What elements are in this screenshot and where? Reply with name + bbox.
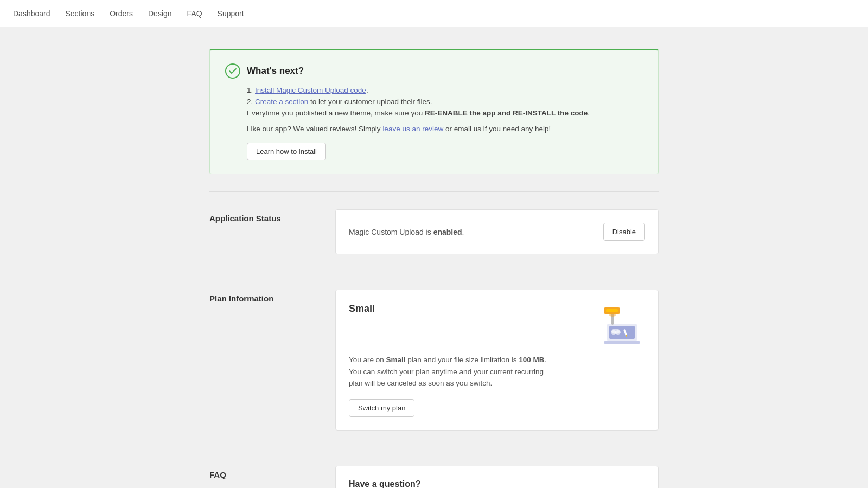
faq-label: FAQ [209,466,318,479]
nav-design[interactable]: Design [148,9,172,18]
step2-suffix: to let your customer upload their files. [308,98,432,106]
plan-desc-mid: plan and your file size limitation is [406,356,519,364]
svg-rect-5 [606,309,618,312]
plan-description: You are on Small plan and your file size… [349,354,555,389]
nav-faq[interactable]: FAQ [187,9,202,18]
step1-suffix: . [366,86,368,94]
status-text: Magic Custom Upload is enabled. [349,228,464,236]
install-code-link[interactable]: Install Magic Custom Upload code [255,86,366,94]
step1-prefix: 1. [247,86,255,94]
plan-desc-line2: You can switch your plan anytime and you… [349,368,544,388]
status-suffix: . [462,228,464,236]
status-row: Magic Custom Upload is enabled. Disable [349,223,645,241]
navigation: Dashboard Sections Orders Design FAQ Sup… [0,0,868,27]
faq-title: Have a question? [349,479,645,488]
leave-review-link[interactable]: leave us an review [382,125,443,133]
whats-next-card: What's next? 1. Install Magic Custom Upl… [209,49,659,174]
review-prefix: Like our app? We valued reviews! Simply [247,125,382,133]
check-icon [225,63,240,79]
svg-point-11 [615,330,621,335]
svg-rect-2 [604,341,640,344]
application-status-card: Magic Custom Upload is enabled. Disable [335,209,659,254]
status-bold: enabled [433,228,462,236]
learn-how-to-install-button[interactable]: Learn how to install [247,143,326,160]
plan-header: Small [349,303,645,346]
plan-illustration [596,303,645,346]
nav-support[interactable]: Support [218,9,244,18]
plan-desc-bold1: Small [386,356,406,364]
steps-list: 1. Install Magic Custom Upload code. 2. … [247,86,643,117]
faq-card: Have a question? Find out your answer fr… [335,466,659,488]
nav-orders[interactable]: Orders [110,9,133,18]
step3-text: Everytime you published a new theme, mak… [247,109,425,117]
whats-next-title: What's next? [247,66,304,76]
whats-next-body: 1. Install Magic Custom Upload code. 2. … [225,86,643,160]
create-section-link[interactable]: Create a section [255,98,308,106]
plan-desc-bold2: 100 MB [519,356,544,364]
nav-dashboard[interactable]: Dashboard [13,9,50,18]
step-2: 2. Create a section to let your customer… [247,98,643,106]
plan-information-row: Plan Information Small [209,272,659,448]
review-line: Like our app? We valued reviews! Simply … [247,125,643,133]
application-status-label: Application Status [209,209,318,223]
step3-end: . [588,109,590,117]
nav-sections[interactable]: Sections [66,9,95,18]
step2-prefix: 2. [247,98,255,106]
review-suffix: or email us if you need any help! [443,125,551,133]
plan-information-label: Plan Information [209,290,318,303]
step3-bold: RE-ENABLE the app and RE-INSTALL the cod… [425,109,588,117]
switch-plan-button[interactable]: Switch my plan [349,399,414,417]
application-status-row: Application Status Magic Custom Upload i… [209,191,659,272]
plan-information-card: Small [335,290,659,431]
step-1: 1. Install Magic Custom Upload code. [247,86,643,94]
step-3: Everytime you published a new theme, mak… [247,109,643,117]
whats-next-header: What's next? [225,63,643,79]
status-prefix: Magic Custom Upload is [349,228,433,236]
disable-button[interactable]: Disable [603,223,645,241]
plan-name: Small [349,303,375,314]
faq-row: FAQ Have a question? Find out your answe… [209,448,659,488]
main-content: What's next? 1. Install Magic Custom Upl… [201,49,667,488]
svg-point-6 [609,313,616,317]
plan-desc-prefix: You are on [349,356,386,364]
plan-desc-end: . [544,356,546,364]
